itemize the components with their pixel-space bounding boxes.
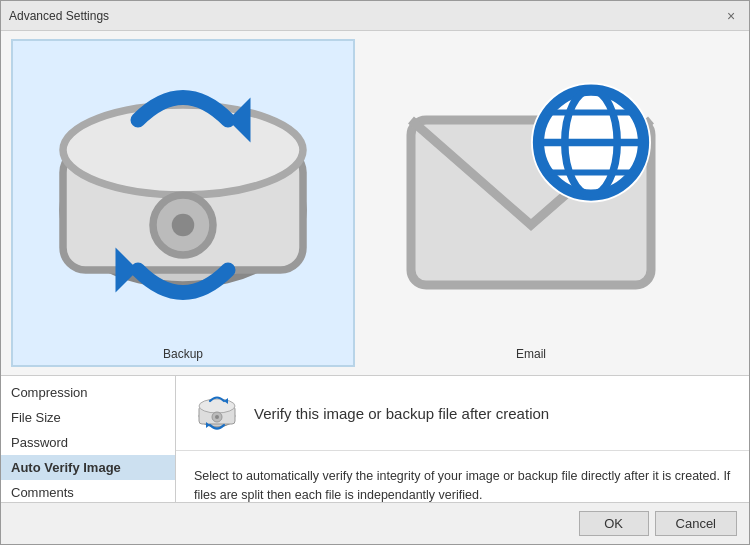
advanced-settings-dialog: Advanced Settings × Backup: [0, 0, 750, 545]
email-label: Email: [516, 347, 546, 361]
svg-point-18: [215, 415, 219, 419]
svg-point-4: [172, 214, 195, 237]
svg-point-16: [199, 399, 235, 413]
ok-button[interactable]: OK: [579, 511, 649, 536]
panel-header: Verify this image or backup file after c…: [176, 376, 749, 451]
description-text: Select to automatically verify the integ…: [194, 467, 731, 502]
sidebar-item-comments[interactable]: Comments: [1, 480, 175, 502]
backup-label: Backup: [163, 347, 203, 361]
main-panel: Verify this image or backup file after c…: [176, 376, 749, 502]
close-button[interactable]: ×: [721, 6, 741, 26]
toolbar-backup-button[interactable]: Backup: [11, 39, 355, 367]
panel-title: Verify this image or backup file after c…: [254, 405, 549, 422]
sidebar-item-password[interactable]: Password: [1, 430, 175, 455]
sidebar-item-filesize[interactable]: File Size: [1, 405, 175, 430]
panel-body: Select to automatically verify the integ…: [176, 451, 749, 502]
content-area: Compression File Size Password Auto Veri…: [1, 376, 749, 502]
sidebar-item-autoverify[interactable]: Auto Verify Image: [1, 455, 175, 480]
cancel-button[interactable]: Cancel: [655, 511, 737, 536]
title-bar: Advanced Settings ×: [1, 1, 749, 31]
footer: OK Cancel: [1, 502, 749, 544]
backup-icon: [25, 45, 341, 345]
email-icon: [373, 45, 689, 345]
toolbar-email-button[interactable]: Email: [359, 39, 703, 367]
dialog-title: Advanced Settings: [9, 9, 109, 23]
svg-point-2: [63, 105, 303, 195]
panel-backup-icon: [194, 390, 240, 436]
toolbar: Backup Email: [1, 31, 749, 376]
sidebar: Compression File Size Password Auto Veri…: [1, 376, 176, 502]
sidebar-item-compression[interactable]: Compression: [1, 380, 175, 405]
